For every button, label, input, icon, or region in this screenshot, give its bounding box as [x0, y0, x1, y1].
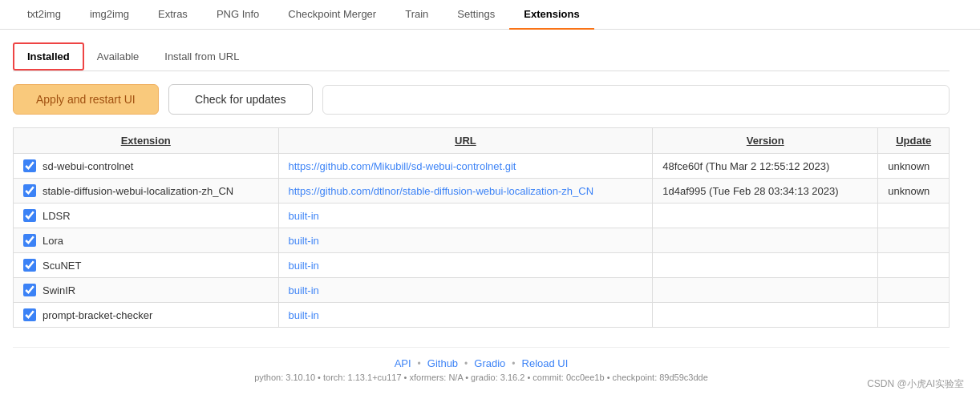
search-input[interactable]	[322, 85, 950, 115]
top-tab-checkpoint-merger[interactable]: Checkpoint Merger	[273, 0, 391, 30]
url-link[interactable]: https://github.com/Mikubill/sd-webui-con…	[289, 160, 516, 172]
extension-checkbox[interactable]	[23, 209, 36, 222]
table-row: Lorabuilt-in	[14, 228, 950, 253]
extension-name: stable-diffusion-webui-localization-zh_C…	[43, 185, 233, 197]
top-tab-img2img[interactable]: img2img	[75, 0, 144, 30]
url-cell: built-in	[278, 228, 653, 253]
sub-tab-installed[interactable]: Installed	[13, 42, 84, 71]
update-cell	[878, 278, 950, 303]
extension-name: ScuNET	[43, 260, 81, 272]
update-cell	[878, 253, 950, 278]
footer-links: API•Github•Gradio•Reload UI	[22, 357, 940, 369]
table-row: sd-webui-controlnethttps://github.com/Mi…	[14, 154, 950, 179]
top-tab-txt2img[interactable]: txt2img	[13, 0, 75, 30]
check-updates-button[interactable]: Check for updates	[168, 84, 313, 115]
footer-separator: •	[418, 358, 421, 369]
footer: API•Github•Gradio•Reload UI python: 3.10…	[13, 347, 950, 392]
action-bar: Apply and restart UI Check for updates	[13, 84, 950, 115]
url-cell: built-in	[278, 253, 653, 278]
url-link[interactable]: built-in	[289, 284, 319, 296]
extension-name: SwinIR	[43, 284, 75, 296]
footer-separator: •	[464, 358, 468, 369]
update-cell: unknown	[878, 154, 950, 179]
extension-checkbox[interactable]	[23, 259, 36, 272]
footer-link-github[interactable]: Github	[427, 357, 458, 369]
extension-checkbox[interactable]	[23, 159, 36, 172]
top-tab-extras[interactable]: Extras	[144, 0, 202, 30]
footer-info: python: 3.10.10 • torch: 1.13.1+cu117 • …	[22, 373, 940, 382]
footer-link-reload-ui[interactable]: Reload UI	[522, 357, 569, 369]
footer-link-api[interactable]: API	[395, 357, 411, 369]
version-cell: 1d4af995 (Tue Feb 28 03:34:13 2023)	[653, 179, 878, 204]
table-body: sd-webui-controlnethttps://github.com/Mi…	[14, 154, 950, 328]
table-row: ScuNETbuilt-in	[14, 253, 950, 278]
table-row: SwinIRbuilt-in	[14, 278, 950, 303]
extension-cell: stable-diffusion-webui-localization-zh_C…	[14, 179, 279, 204]
extension-name: prompt-bracket-checker	[43, 309, 152, 321]
top-navigation: txt2imgimg2imgExtrasPNG InfoCheckpoint M…	[0, 0, 980, 30]
version-cell	[653, 204, 878, 228]
version-cell: 48fce60f (Thu Mar 2 12:55:12 2023)	[653, 154, 878, 179]
url-link[interactable]: built-in	[289, 309, 319, 321]
apply-restart-button[interactable]: Apply and restart UI	[13, 84, 159, 115]
extensions-table: ExtensionURLVersionUpdate sd-webui-contr…	[13, 127, 950, 328]
watermark: CSDN @小虎AI实验室	[867, 377, 964, 391]
url-cell: https://github.com/Mikubill/sd-webui-con…	[278, 154, 653, 179]
extension-name: LDSR	[43, 210, 71, 222]
sub-tab-available[interactable]: Available	[84, 42, 152, 71]
sub-tabs: InstalledAvailableInstall from URL	[13, 42, 950, 71]
extension-cell: SwinIR	[14, 278, 279, 303]
table-header-url: URL	[278, 128, 653, 154]
table-row: LDSRbuilt-in	[14, 204, 950, 228]
page-content: InstalledAvailableInstall from URL Apply…	[0, 30, 962, 405]
top-tab-settings[interactable]: Settings	[443, 0, 509, 30]
update-cell	[878, 204, 950, 228]
version-cell	[653, 303, 878, 328]
extension-checkbox[interactable]	[23, 234, 36, 247]
table-header-update: Update	[878, 128, 950, 154]
version-cell	[653, 253, 878, 278]
update-cell	[878, 228, 950, 253]
url-cell: built-in	[278, 303, 653, 328]
extension-cell: prompt-bracket-checker	[14, 303, 279, 328]
table-header-extension: Extension	[14, 128, 279, 154]
top-tab-extensions[interactable]: Extensions	[509, 0, 593, 30]
extension-cell: sd-webui-controlnet	[14, 154, 279, 179]
sub-tab-install-from-url[interactable]: Install from URL	[152, 42, 252, 71]
version-cell	[653, 278, 878, 303]
url-cell: built-in	[278, 278, 653, 303]
extension-name: Lora	[43, 235, 63, 247]
extension-cell: LDSR	[14, 204, 279, 228]
table-row: stable-diffusion-webui-localization-zh_C…	[14, 179, 950, 204]
version-cell	[653, 228, 878, 253]
url-link[interactable]: built-in	[289, 260, 319, 272]
extension-cell: Lora	[14, 228, 279, 253]
update-cell: unknown	[878, 179, 950, 204]
table-row: prompt-bracket-checkerbuilt-in	[14, 303, 950, 328]
top-tab-png-info[interactable]: PNG Info	[202, 0, 273, 30]
url-link[interactable]: built-in	[289, 210, 319, 222]
url-cell: built-in	[278, 204, 653, 228]
table-header-version: Version	[653, 128, 878, 154]
extension-name: sd-webui-controlnet	[43, 160, 133, 172]
footer-separator: •	[512, 358, 515, 369]
extension-checkbox[interactable]	[23, 184, 36, 197]
table-header: ExtensionURLVersionUpdate	[14, 128, 950, 154]
update-cell	[878, 303, 950, 328]
extension-checkbox[interactable]	[23, 284, 36, 296]
url-link[interactable]: built-in	[289, 235, 319, 247]
footer-link-gradio[interactable]: Gradio	[474, 357, 505, 369]
url-link[interactable]: https://github.com/dtlnor/stable-diffusi…	[289, 185, 594, 197]
extension-cell: ScuNET	[14, 253, 279, 278]
top-tab-train[interactable]: Train	[391, 0, 443, 30]
url-cell: https://github.com/dtlnor/stable-diffusi…	[278, 179, 653, 204]
extension-checkbox[interactable]	[23, 308, 36, 321]
